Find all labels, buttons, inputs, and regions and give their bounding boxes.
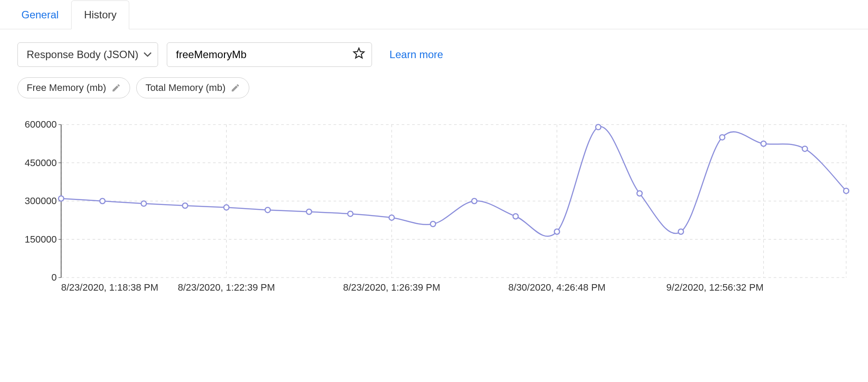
chip-label: Total Memory (mb) [145, 82, 225, 94]
svg-point-35 [389, 215, 394, 220]
chip-free-memory[interactable]: Free Memory (mb) [17, 77, 130, 98]
svg-point-34 [348, 211, 353, 216]
svg-point-36 [431, 222, 436, 227]
chevron-down-icon [144, 50, 152, 59]
response-body-select[interactable]: Response Body (JSON) [17, 42, 158, 67]
svg-text:300000: 300000 [25, 195, 57, 206]
select-value-text: Response Body (JSON) [27, 49, 138, 61]
svg-point-37 [472, 198, 477, 204]
controls-row: Response Body (JSON) Learn more [0, 42, 868, 67]
tab-history[interactable]: History [71, 0, 129, 29]
svg-text:8/23/2020, 1:26:39 PM: 8/23/2020, 1:26:39 PM [343, 282, 441, 293]
tabs-bar: General History [0, 0, 868, 29]
tab-general[interactable]: General [9, 0, 71, 29]
svg-point-30 [183, 203, 188, 208]
svg-point-38 [513, 214, 518, 219]
svg-point-28 [100, 198, 105, 204]
svg-text:0: 0 [52, 272, 57, 283]
star-icon[interactable] [352, 47, 365, 63]
svg-point-41 [637, 191, 642, 196]
svg-text:450000: 450000 [25, 157, 57, 168]
chart-container: 01500003000004500006000008/23/2020, 1:18… [0, 116, 868, 317]
pencil-icon [111, 83, 121, 93]
metric-input[interactable] [176, 49, 350, 61]
metric-input-wrap [167, 42, 372, 67]
svg-point-29 [141, 201, 146, 206]
svg-point-39 [555, 229, 560, 234]
svg-point-32 [265, 207, 270, 212]
svg-point-42 [678, 229, 683, 234]
chip-label: Free Memory (mb) [27, 82, 106, 94]
svg-text:8/30/2020, 4:26:48 PM: 8/30/2020, 4:26:48 PM [508, 282, 606, 293]
chips-row: Free Memory (mb) Total Memory (mb) [0, 77, 868, 98]
svg-text:9/2/2020, 12:56:32 PM: 9/2/2020, 12:56:32 PM [666, 282, 764, 293]
svg-point-46 [844, 188, 849, 194]
svg-text:150000: 150000 [25, 234, 57, 245]
chip-total-memory[interactable]: Total Memory (mb) [136, 77, 249, 98]
svg-point-27 [59, 196, 64, 201]
pencil-icon [231, 83, 240, 93]
svg-point-45 [802, 146, 807, 151]
svg-point-33 [307, 209, 312, 215]
svg-text:600000: 600000 [25, 119, 57, 130]
svg-point-44 [761, 141, 766, 146]
svg-text:8/23/2020, 1:18:38 PM: 8/23/2020, 1:18:38 PM [61, 282, 158, 293]
svg-text:8/23/2020, 1:22:39 PM: 8/23/2020, 1:22:39 PM [178, 282, 275, 293]
line-chart: 01500003000004500006000008/23/2020, 1:18… [17, 116, 851, 299]
svg-point-31 [224, 205, 229, 210]
learn-more-link[interactable]: Learn more [389, 49, 443, 61]
svg-point-40 [596, 125, 601, 130]
svg-point-43 [720, 135, 725, 140]
